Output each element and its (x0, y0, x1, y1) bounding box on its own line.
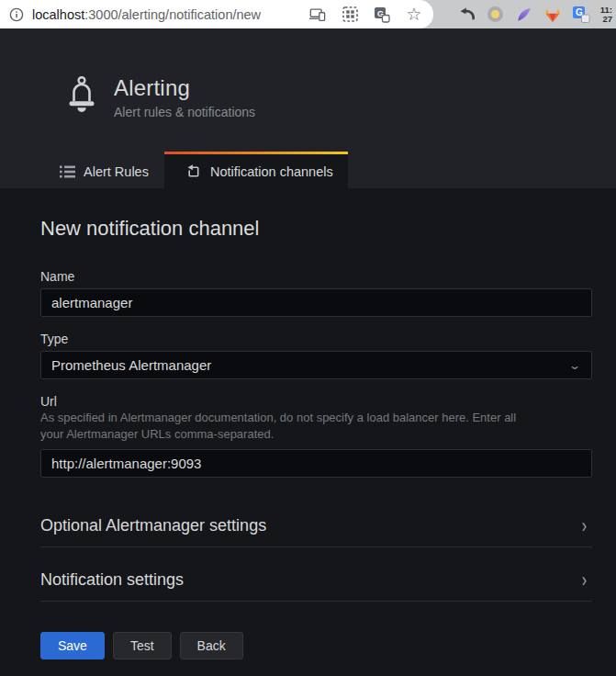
type-select[interactable]: Prometheus Alertmanager ⌄ (40, 351, 592, 379)
url-host: localhost (32, 7, 84, 22)
tab-groups-icon[interactable] (342, 6, 358, 23)
gitlab-icon[interactable] (543, 6, 562, 24)
form-actions: Save Test Back (40, 632, 616, 659)
address-bar[interactable]: localhost:3000/alerting/notification/new (0, 0, 433, 28)
url-text: localhost:3000/alerting/notification/new (32, 7, 302, 22)
test-button[interactable]: Test (113, 632, 172, 659)
section-title: Notification settings (40, 570, 184, 590)
type-select-value: Prometheus Alertmanager (51, 357, 211, 373)
url-path: :3000/alerting/notification/new (84, 7, 261, 22)
extension-circle-icon[interactable] (487, 6, 505, 24)
tab-alert-rules[interactable]: Alert Rules (44, 152, 164, 188)
devices-icon[interactable] (309, 6, 326, 23)
bell-icon (64, 75, 99, 118)
name-input[interactable] (40, 288, 592, 317)
name-label: Name (40, 269, 592, 284)
type-field-group: Type Prometheus Alertmanager ⌄ (40, 332, 592, 379)
page-subtitle: Alert rules & notifications (114, 105, 255, 119)
optional-alertmanager-settings-section[interactable]: Optional Alertmanager settings › (40, 516, 592, 547)
clock: 11:27 (600, 6, 612, 23)
browser-toolbar: localhost:3000/alerting/notification/new (0, 0, 616, 28)
page-title: Alerting (114, 75, 255, 101)
section-title: Optional Alertmanager settings (40, 516, 266, 535)
url-field-group: Url As specified in Alertmanager documen… (40, 394, 592, 478)
list-icon (60, 165, 75, 178)
page-info-icon[interactable] (9, 7, 24, 22)
tab-label: Alert Rules (84, 164, 149, 179)
translate-icon[interactable]: G (374, 6, 390, 23)
url-label: Url (40, 394, 592, 409)
alerting-header: Alerting Alert rules & notifications Ale… (0, 28, 616, 188)
undo-icon[interactable] (458, 6, 476, 24)
form-title: New notification channel (40, 217, 616, 241)
tab-label: Notification channels (210, 164, 333, 179)
chevron-down-icon: ⌄ (568, 359, 581, 372)
save-button[interactable]: Save (40, 632, 105, 659)
chevron-right-icon: › (582, 514, 587, 536)
new-channel-form: New notification channel Name Type Prome… (0, 188, 616, 676)
tab-bar: Alert Rules Notification channels (0, 152, 348, 188)
name-field-group: Name (40, 269, 592, 317)
url-help-text: As specified in Alertmanager documentati… (40, 410, 592, 443)
notification-settings-section[interactable]: Notification settings › (40, 570, 592, 602)
tab-notification-channels[interactable]: Notification channels (164, 152, 348, 188)
bookmark-star-icon[interactable]: ☆ (406, 6, 422, 23)
feather-icon[interactable] (515, 6, 533, 24)
url-input[interactable] (40, 449, 592, 478)
type-label: Type (40, 332, 592, 346)
back-button[interactable]: Back (180, 632, 243, 659)
channels-icon (185, 163, 202, 180)
translate-extension-icon[interactable]: G (572, 6, 590, 24)
chevron-right-icon: › (582, 569, 587, 591)
